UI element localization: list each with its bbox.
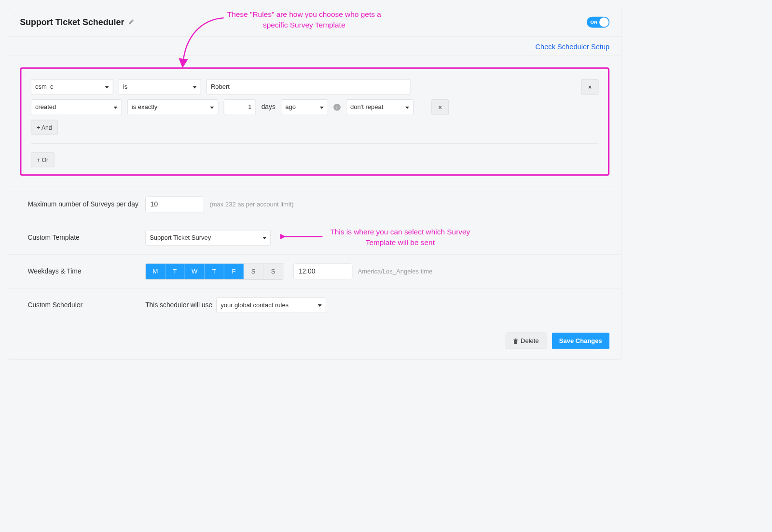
rule-operator-select[interactable]: is (119, 79, 201, 95)
chevron-down-icon (105, 83, 109, 91)
rules-section: These "Rules" are how you choose who get… (8, 55, 621, 188)
timezone-hint: America/Los_Angeles time (358, 268, 433, 275)
chevron-down-icon (210, 104, 214, 111)
toggle-knob (599, 17, 609, 27)
save-button[interactable]: Save Changes (551, 333, 609, 349)
contact-rules-select[interactable]: your global contact rules (216, 297, 326, 313)
rule-direction-select[interactable]: ago (281, 99, 328, 115)
days-label: days (262, 103, 276, 111)
day-sun[interactable]: S (263, 264, 283, 280)
template-row: Custom Template Support Ticket Survey Th… (8, 221, 621, 255)
check-setup-link[interactable]: Check Scheduler Setup (536, 43, 610, 51)
day-wed[interactable]: W (185, 264, 205, 280)
add-or-button[interactable]: + Or (31, 152, 54, 167)
template-label: Custom Template (28, 233, 145, 242)
remove-rule-button[interactable]: × (431, 99, 449, 115)
chevron-down-icon (318, 301, 322, 309)
day-sat[interactable]: S (244, 264, 263, 280)
chevron-down-icon (113, 104, 117, 111)
delete-button[interactable]: Delete (506, 333, 546, 349)
custom-scheduler-label: Custom Scheduler (28, 300, 145, 310)
chevron-down-icon (262, 234, 266, 242)
day-thu[interactable]: T (205, 264, 224, 280)
day-mon[interactable]: M (146, 264, 165, 280)
footer: Delete Save Changes (8, 322, 621, 359)
toggle-label: ON (590, 19, 597, 25)
chevron-down-icon (193, 83, 197, 91)
rule-field-select[interactable]: csm_c (31, 79, 113, 95)
max-surveys-label: Maximum number of Surveys per day (28, 200, 145, 209)
weekday-picker: M T W T F S S (145, 263, 283, 280)
annotation-arrow-icon (280, 234, 323, 239)
info-icon[interactable]: i (333, 104, 341, 111)
rule-row: csm_c is Robert × (31, 79, 599, 95)
scheduler-panel: Support Ticket Scheduler ON Check Schedu… (8, 8, 621, 360)
rule-row: created is exactly 1 days ago i don't r (31, 99, 599, 115)
trash-icon (513, 338, 519, 344)
custom-scheduler-row: Custom Scheduler This scheduler will use… (8, 289, 621, 322)
rule-value-input[interactable]: Robert (207, 79, 411, 95)
edit-title-icon[interactable] (128, 18, 135, 26)
day-fri[interactable]: F (224, 264, 244, 280)
weekdays-label: Weekdays & Time (28, 267, 145, 276)
divider (31, 143, 599, 144)
header: Support Ticket Scheduler ON (8, 8, 621, 37)
annotation-template: This is where you can select which Surve… (326, 227, 475, 247)
max-surveys-hint: (max 232 as per account limit) (209, 201, 293, 208)
linkbar: Check Scheduler Setup (8, 37, 621, 55)
page-title: Support Ticket Scheduler (20, 17, 124, 27)
add-and-button[interactable]: + And (31, 120, 58, 135)
max-surveys-row: Maximum number of Surveys per day (max 2… (8, 188, 621, 221)
weekdays-row: Weekdays & Time M T W T F S S America/Lo… (8, 255, 621, 289)
time-input[interactable] (293, 264, 352, 280)
chevron-down-icon (405, 104, 409, 111)
rule-repeat-select[interactable]: don't repeat (346, 99, 414, 115)
remove-rule-button[interactable]: × (581, 79, 599, 95)
template-select[interactable]: Support Ticket Survey (145, 230, 271, 246)
rule-operator-select[interactable]: is exactly (127, 99, 219, 115)
rule-field-select[interactable]: created (31, 99, 122, 115)
chevron-down-icon (320, 104, 324, 111)
custom-scheduler-text: This scheduler will use (145, 301, 212, 309)
day-tue[interactable]: T (165, 264, 185, 280)
rules-box: csm_c is Robert × created is exa (20, 68, 609, 176)
enable-toggle[interactable]: ON (587, 17, 609, 28)
max-surveys-input[interactable] (145, 197, 204, 213)
rule-number-input[interactable]: 1 (224, 99, 256, 115)
